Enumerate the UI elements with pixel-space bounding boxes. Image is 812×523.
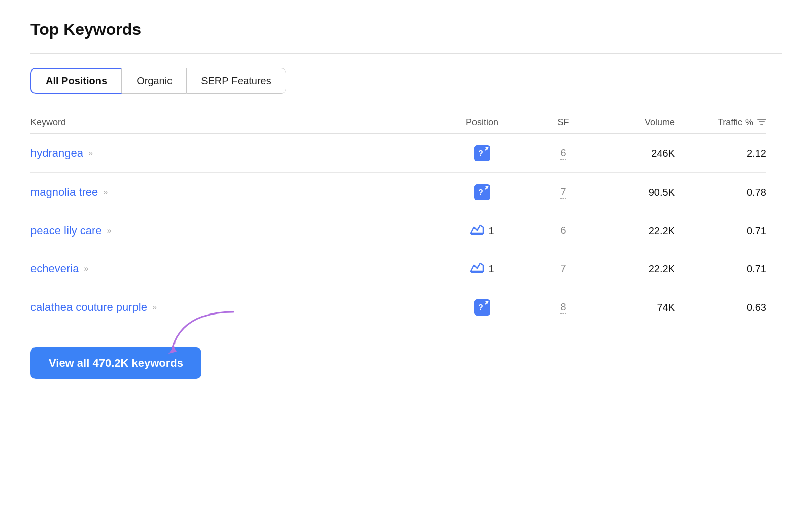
position-cell: ? (431, 145, 533, 161)
traffic-cell: 0.63 (675, 302, 766, 313)
col-header-keyword: Keyword (30, 117, 431, 128)
position-crown-icon (470, 261, 484, 276)
keyword-cell: hydrangea » (30, 147, 431, 160)
traffic-cell: 2.12 (675, 148, 766, 159)
sf-cell: 6 (533, 225, 594, 237)
volume-cell: 74K (594, 302, 675, 313)
keyword-navigate-icon[interactable]: » (84, 264, 88, 273)
col-header-traffic: Traffic % (675, 117, 766, 128)
sf-cell: 8 (533, 301, 594, 314)
keyword-link[interactable]: echeveria (30, 262, 79, 275)
view-all-keywords-button[interactable]: View all 470.2K keywords (30, 347, 201, 379)
sf-cell: 7 (533, 186, 594, 199)
svg-rect-14 (471, 271, 483, 273)
volume-cell: 22.2K (594, 225, 675, 237)
position-cell: ? (431, 299, 533, 316)
page-title: Top Keywords (30, 20, 782, 39)
table-row: peace lily care » 1 6 22.2K 0.71 (30, 212, 766, 250)
position-number: 1 (488, 225, 494, 237)
keyword-link[interactable]: calathea couture purple (30, 301, 147, 314)
position-cell: ? (431, 184, 533, 200)
keyword-navigate-icon[interactable]: » (107, 226, 112, 235)
table-row: echeveria » 1 7 22.2K 0.71 (30, 250, 766, 288)
keyword-navigate-icon[interactable]: » (103, 188, 108, 197)
position-number: 1 (488, 263, 494, 275)
bottom-section: View all 470.2K keywords (30, 347, 782, 379)
svg-text:?: ? (478, 188, 483, 197)
filter-icon[interactable] (757, 118, 766, 128)
position-cell: 1 (431, 223, 533, 238)
keyword-cell: peace lily care » (30, 224, 431, 237)
volume-cell: 90.5K (594, 187, 675, 198)
keyword-cell: calathea couture purple » (30, 301, 431, 314)
table-row: hydrangea » ? 6 246K 2.12 (30, 134, 766, 173)
svg-marker-13 (471, 263, 483, 271)
keyword-cell: magnolia tree » (30, 186, 431, 199)
keyword-link[interactable]: peace lily care (30, 224, 102, 237)
keyword-link[interactable]: magnolia tree (30, 186, 98, 199)
keyword-link[interactable]: hydrangea (30, 147, 83, 160)
sf-cell: 7 (533, 263, 594, 275)
col-header-volume: Volume (594, 117, 675, 128)
col-header-sf: SF (533, 117, 594, 128)
tab-all-positions[interactable]: All Positions (30, 68, 122, 94)
svg-text:?: ? (478, 303, 483, 312)
volume-cell: 246K (594, 148, 675, 159)
sf-value: 7 (560, 263, 566, 275)
svg-text:?: ? (478, 149, 483, 158)
table-row: magnolia tree » ? 7 90.5K 0.78 (30, 173, 766, 212)
volume-cell: 22.2K (594, 263, 675, 275)
keyword-cell: echeveria » (30, 262, 431, 275)
sf-value: 7 (560, 186, 566, 199)
traffic-cell: 0.71 (675, 225, 766, 237)
sf-value: 6 (560, 147, 566, 160)
tab-group: All Positions Organic SERP Features (30, 68, 782, 94)
svg-marker-11 (471, 225, 483, 233)
traffic-cell: 0.71 (675, 263, 766, 275)
section-divider (30, 53, 782, 54)
col-header-position: Position (431, 117, 533, 128)
keyword-navigate-icon[interactable]: » (152, 303, 157, 312)
tab-serp-features[interactable]: SERP Features (186, 68, 286, 94)
svg-rect-12 (471, 233, 483, 235)
position-question-icon: ? (474, 145, 490, 161)
table-row: calathea couture purple » ? 8 74K 0.63 (30, 288, 766, 327)
traffic-cell: 0.78 (675, 187, 766, 198)
position-question-icon: ? (474, 184, 490, 200)
tab-organic[interactable]: Organic (122, 68, 186, 94)
sf-value: 8 (560, 301, 566, 314)
sf-value: 6 (560, 225, 566, 237)
table-header-row: Keyword Position SF Volume Traffic % (30, 112, 766, 134)
position-crown-icon (470, 223, 484, 238)
sf-cell: 6 (533, 147, 594, 160)
position-cell: 1 (431, 261, 533, 276)
keywords-table: Keyword Position SF Volume Traffic % hyd… (30, 112, 766, 327)
keyword-navigate-icon[interactable]: » (88, 149, 93, 158)
position-question-icon: ? (474, 299, 490, 316)
